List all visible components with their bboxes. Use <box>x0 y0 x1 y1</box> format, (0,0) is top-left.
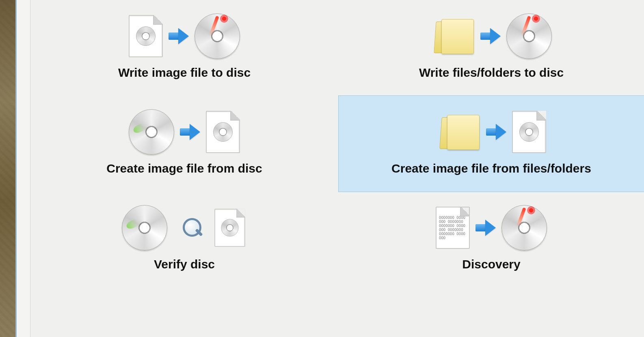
icon-row <box>122 204 247 252</box>
source-disc-icon <box>129 109 174 155</box>
disc-icon <box>136 26 156 46</box>
disc-icon <box>221 219 238 236</box>
icon-row: OOOOOOO OOOOOOO OOOOOOO OOOOOOO OOOOOOO … <box>436 204 547 252</box>
image-file-icon <box>206 111 240 153</box>
binary-file-icon: OOOOOOO OOOOOOO OOOOOOO OOOOOOO OOOOOOO … <box>436 207 470 249</box>
action-create-image-file-from-files-folders[interactable]: Create image file from files/folders <box>338 95 644 192</box>
image-file-icon <box>129 15 163 57</box>
action-write-image-file-to-disc[interactable]: Write image file to disc <box>30 0 339 96</box>
arrow-right-icon <box>473 220 498 236</box>
image-file-icon <box>512 111 546 153</box>
icon-row <box>431 12 552 60</box>
action-label: Create image file from disc <box>106 162 262 175</box>
arrow-right-icon <box>478 28 503 44</box>
disc-icon <box>519 122 539 142</box>
image-file-icon <box>214 209 245 247</box>
disc-icon <box>213 122 233 142</box>
action-label: Discovery <box>462 257 520 271</box>
writing-disc-icon <box>501 205 547 251</box>
binary-text: OOOOOOO OOOOOOO OOOOOOO OOOOOOO OOOOOOO … <box>439 216 467 240</box>
arrow-right-icon <box>484 124 509 140</box>
action-label: Verify disc <box>154 257 215 271</box>
icon-row <box>129 12 240 60</box>
action-label: Write image file to disc <box>118 66 251 80</box>
action-create-image-file-from-disc[interactable]: Create image file from disc <box>30 96 339 192</box>
ez-mode-action-grid: Write image file to disc Write files/fol… <box>30 0 644 287</box>
action-label: Write files/folders to disc <box>419 66 564 80</box>
arrow-right-icon <box>177 124 203 140</box>
writing-disc-icon <box>194 13 240 59</box>
action-write-files-folders-to-disc[interactable]: Write files/folders to disc <box>339 0 644 96</box>
action-label: Create image file from files/folders <box>391 162 591 175</box>
source-disc-icon <box>122 205 167 251</box>
icon-row <box>437 108 546 156</box>
action-verify-disc[interactable]: Verify disc <box>30 192 339 287</box>
desktop-background-strip <box>0 0 15 337</box>
magnifier-icon <box>181 216 204 239</box>
writing-disc-icon <box>506 13 552 59</box>
action-discovery[interactable]: OOOOOOO OOOOOOO OOOOOOO OOOOOOO OOOOOOO … <box>339 192 644 287</box>
icon-row <box>129 108 240 156</box>
folder-icon <box>431 16 475 56</box>
arrow-right-icon <box>166 28 191 44</box>
folder-icon <box>437 112 480 152</box>
